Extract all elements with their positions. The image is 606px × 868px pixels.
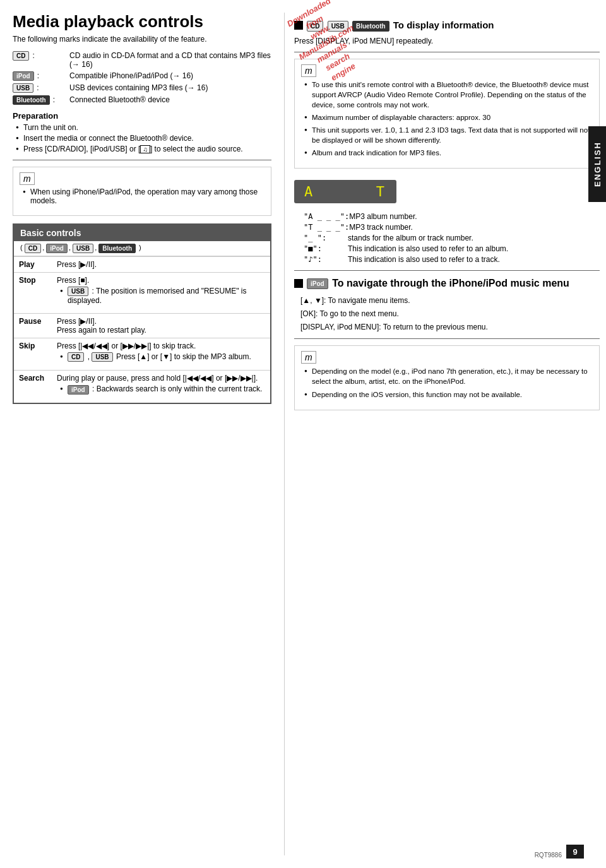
note-box-2: m To use this unit's remote control with… — [294, 59, 600, 169]
display-instruction: Press [DISPLAY, iPod MENU] repeatedly. — [294, 37, 600, 45]
definitions-table: "A _ _ _": MP3 album number. "T _ _ _": … — [304, 212, 600, 264]
def-term: "A _ _ _": — [304, 212, 349, 221]
list-item: [OK]: To go to the next menu. — [297, 309, 600, 319]
def-term: "_ ": — [304, 234, 348, 242]
device-item-bluetooth: Bluetooth : Connected Bluetooth® device — [13, 95, 271, 105]
divider-2 — [294, 52, 600, 52]
english-sidebar: ENGLISH — [588, 126, 606, 202]
device-desc-usb: USB devices containing MP3 files (→ 16) — [69, 83, 271, 92]
badge-usb-sub: USB — [73, 244, 93, 253]
navigate-title-text: To navigate through the iPhone/iPod musi… — [332, 278, 569, 288]
list-item: Press [CD/RADIO], [iPod/USB] or [♫] to s… — [16, 145, 271, 153]
page: Downloadedfromwww.Manualslib.commanualss… — [0, 0, 606, 868]
display-section-title: CD USB Bluetooth To display information — [307, 19, 494, 32]
def-desc: stands for the album or track number. — [348, 234, 600, 242]
navigate-section-header: iPod To navigate through the iPhone/iPod… — [294, 277, 600, 290]
badge-ipod-sub: iPod — [46, 244, 68, 253]
note-box-1: m When using iPhone/iPad/iPod, the opera… — [13, 167, 271, 216]
action-desc: Press [▶/II]. — [52, 256, 270, 272]
preparation-title: Preparation — [13, 111, 271, 121]
badge-cd-display: CD — [307, 21, 323, 32]
badge-usb: USB — [13, 83, 33, 93]
list-item: When using iPhone/iPad/iPod, the operati… — [23, 187, 264, 205]
list-item: [DISPLAY, iPod MENU]: To return to the p… — [297, 322, 600, 333]
preparation-section: Preparation Turn the unit on. Insert the… — [13, 111, 271, 153]
rqt-code: RQT9886 — [535, 852, 562, 859]
badge-bluetooth-sub: Bluetooth — [98, 244, 136, 253]
list-item: iPod : Backwards search is only within t… — [60, 384, 265, 394]
note-list-1: When using iPhone/iPad/iPod, the operati… — [20, 187, 264, 205]
device-desc-ipod: Compatible iPhone/iPad/iPod (→ 16) — [69, 71, 271, 80]
page-subtitle: The following marks indicate the availab… — [13, 35, 271, 44]
navigate-steps: [▲, ▼]: To navigate menu items. [OK]: To… — [294, 295, 600, 332]
table-row: Play Press [▶/II]. — [14, 256, 270, 272]
navigate-title: iPod To navigate through the iPhone/iPod… — [307, 277, 569, 290]
device-desc-cd: CD audio in CD-DA format and a CD that c… — [69, 51, 271, 69]
basic-controls-header: Basic controls — [14, 225, 270, 241]
divider-3 — [294, 270, 600, 271]
badge-usb-stop: USB — [68, 287, 88, 296]
divider-4 — [294, 338, 600, 339]
device-label-cd: CD : — [13, 51, 69, 61]
skip-subitems: CD , USB Press [▲] or [▼] to skip the MP… — [57, 352, 265, 362]
device-item-cd: CD : CD audio in CD-DA format and a CD t… — [13, 51, 271, 69]
note-icon-2: m — [301, 64, 316, 77]
note-box-3: m Depending on the model (e.g., iPod nan… — [294, 345, 600, 410]
device-label-usb: USB : — [13, 83, 69, 93]
table-row: Pause Press [▶/II].Press again to restar… — [14, 313, 270, 338]
table-row: Skip Press [|◀◀/◀◀] or [▶▶/▶▶|] to skip … — [14, 338, 270, 370]
def-row: "♪": This indication is also used to ref… — [304, 255, 600, 264]
def-term: "■": — [304, 244, 348, 253]
def-desc: MP3 track number. — [349, 223, 600, 232]
action-label: Pause — [14, 313, 52, 338]
note-icon-1: m — [20, 172, 35, 185]
list-item: Depending on the iOS version, this funct… — [304, 389, 593, 400]
device-list: CD : CD audio in CD-DA format and a CD t… — [13, 51, 271, 105]
def-desc: This indication is also used to refer to… — [348, 255, 600, 264]
action-label: Play — [14, 256, 52, 272]
right-column: CD USB Bluetooth To display information … — [284, 13, 600, 855]
device-label-bluetooth: Bluetooth : — [13, 95, 69, 105]
action-label: Stop — [14, 272, 52, 313]
preparation-steps: Turn the unit on. Insert the media or co… — [13, 123, 271, 153]
basic-controls-box: Basic controls ( CD, iPod, USB, Bluetoot… — [13, 223, 271, 404]
def-desc: This indication is also used to refer to… — [348, 244, 600, 253]
basic-controls-subheader: ( CD, iPod, USB, Bluetooth ) — [14, 241, 270, 256]
search-subitems: iPod : Backwards search is only within t… — [57, 384, 265, 394]
badge-usb-skip: USB — [92, 352, 112, 362]
display-image: A T — [294, 180, 396, 203]
display-section-header: CD USB Bluetooth To display information — [294, 19, 600, 32]
badge-cd: CD — [13, 51, 29, 61]
def-term: "T _ _ _": — [304, 223, 349, 232]
list-item: To use this unit's remote control with a… — [304, 80, 593, 110]
action-desc: During play or pause, press and hold [|◀… — [52, 371, 270, 403]
def-row: "■": This indication is also used to ref… — [304, 244, 600, 253]
def-row: "A _ _ _": MP3 album number. — [304, 212, 600, 221]
black-square-icon — [294, 21, 303, 30]
device-item-ipod: iPod : Compatible iPhone/iPad/iPod (→ 16… — [13, 71, 271, 81]
badge-bluetooth: Bluetooth — [13, 95, 50, 105]
badge-ipod-nav: iPod — [307, 278, 328, 289]
def-term: "♪": — [304, 255, 348, 264]
navigate-notes: Depending on the model (e.g., iPod nano … — [301, 366, 593, 399]
table-row: Stop Press [■]. USB : The position is me… — [14, 272, 270, 313]
list-item: Turn the unit on. — [16, 123, 271, 132]
def-row: "_ ": stands for the album or track numb… — [304, 234, 600, 242]
list-item: Maximum number of displayable characters… — [304, 112, 593, 122]
action-desc: Press [|◀◀/◀◀] or [▶▶/▶▶|] to skip track… — [52, 338, 270, 370]
list-item: [▲, ▼]: To navigate menu items. — [297, 295, 600, 306]
action-label: Search — [14, 371, 52, 403]
left-column: Media playback controls The following ma… — [13, 13, 284, 855]
list-item: Depending on the model (e.g., iPod nano … — [304, 366, 593, 386]
device-label-ipod: iPod : — [13, 71, 69, 81]
note-icon-3: m — [301, 351, 316, 364]
controls-table: Play Press [▶/II]. Stop Press [■]. USB :… — [14, 256, 270, 403]
page-number: 9 — [566, 845, 584, 859]
device-item-usb: USB : USB devices containing MP3 files (… — [13, 83, 271, 93]
display-notes: To use this unit's remote control with a… — [301, 80, 593, 158]
page-title: Media playback controls — [13, 13, 271, 31]
device-desc-bluetooth: Connected Bluetooth® device — [69, 95, 271, 104]
table-row: Search During play or pause, press and h… — [14, 371, 270, 403]
badge-cd-sub: CD — [25, 244, 41, 253]
list-item: USB : The position is memorised and "RES… — [60, 287, 265, 305]
